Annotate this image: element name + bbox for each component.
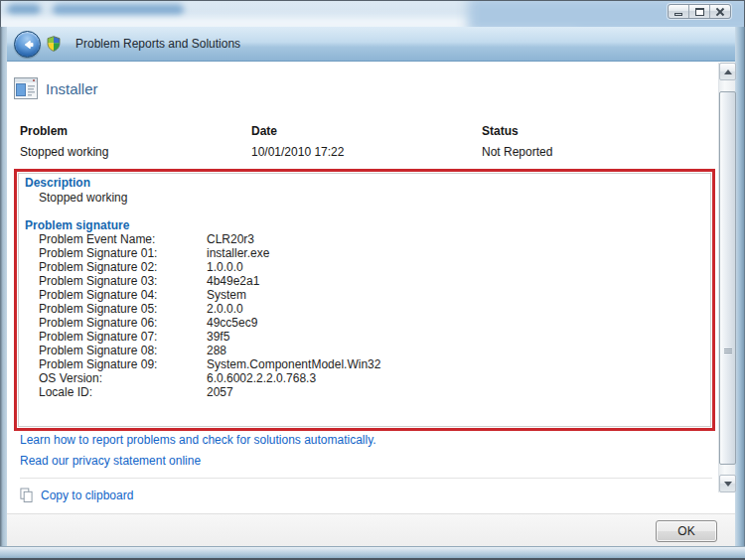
scroll-down-button[interactable] xyxy=(719,475,736,492)
divider-line xyxy=(20,478,712,479)
highlight-rectangle: Description Stopped working Problem sign… xyxy=(14,169,715,431)
ok-button[interactable]: OK xyxy=(656,520,717,542)
signature-label: Problem Signature 04: xyxy=(39,288,207,302)
signature-row: Problem Signature 02:1.0.0.0 xyxy=(39,260,704,274)
signature-label: Problem Signature 07: xyxy=(39,330,207,344)
signature-value: 49cc5ec9 xyxy=(207,316,704,330)
signature-value: installer.exe xyxy=(207,246,704,260)
signature-value: 4b49e2a1 xyxy=(207,274,704,288)
problem-value: Stopped working xyxy=(20,145,108,159)
signature-value: 39f5 xyxy=(207,330,704,344)
minimize-icon xyxy=(674,13,682,16)
window-frame-bottom xyxy=(0,546,745,560)
signature-label: Problem Signature 03: xyxy=(39,274,207,288)
installer-app-icon xyxy=(14,77,38,99)
maximize-icon xyxy=(695,8,704,16)
signature-label: Problem Signature 01: xyxy=(39,246,207,260)
window-controls xyxy=(668,4,731,19)
scroll-up-icon xyxy=(724,70,732,74)
signature-label: Locale ID: xyxy=(39,385,207,399)
report-content: Installer Problem Date Status Stopped wo… xyxy=(7,62,735,513)
signature-row: Problem Signature 04:System xyxy=(39,288,704,302)
application-name: Installer xyxy=(46,80,98,97)
minimize-button[interactable] xyxy=(669,5,689,18)
back-button[interactable] xyxy=(14,31,41,58)
privacy-statement-link[interactable]: Read our privacy statement online xyxy=(20,454,201,468)
copy-to-clipboard-label: Copy to clipboard xyxy=(41,489,133,502)
signature-row: Problem Signature 08:288 xyxy=(39,344,704,357)
maximize-button[interactable] xyxy=(689,5,710,18)
column-header-status: Status xyxy=(482,124,519,138)
problem-signature-heading: Problem signature xyxy=(25,218,129,232)
scrollbar-grip xyxy=(724,349,732,353)
signature-row: Problem Signature 01:installer.exe xyxy=(39,246,704,260)
column-header-date: Date xyxy=(251,124,277,138)
signature-row: Problem Signature 09:System.ComponentMod… xyxy=(39,357,704,371)
signature-value: 288 xyxy=(207,344,704,357)
signature-row: Problem Signature 03:4b49e2a1 xyxy=(39,274,704,288)
description-heading: Description xyxy=(25,176,90,190)
signature-rows: Problem Event Name:CLR20r3 Problem Signa… xyxy=(39,232,704,399)
signature-label: Problem Signature 09: xyxy=(39,357,207,371)
security-shield-icon xyxy=(46,36,62,52)
signature-row: Problem Signature 07:39f5 xyxy=(39,330,704,344)
window-frame-right xyxy=(735,27,745,546)
copy-to-clipboard-link[interactable]: Copy to clipboard xyxy=(20,488,133,503)
vertical-scrollbar[interactable] xyxy=(718,63,735,492)
window-caption-strip xyxy=(0,0,745,27)
signature-value: System xyxy=(207,288,704,302)
close-button[interactable] xyxy=(710,5,730,18)
signature-value: 1.0.0.0 xyxy=(207,260,704,274)
close-icon xyxy=(715,7,725,17)
signature-value: CLR20r3 xyxy=(207,232,704,246)
signature-row: Locale ID:2057 xyxy=(39,385,704,399)
back-arrow-icon xyxy=(19,36,37,54)
learn-more-link[interactable]: Learn how to report problems and check f… xyxy=(20,433,376,447)
scroll-down-icon xyxy=(724,482,732,487)
signature-row: Problem Event Name:CLR20r3 xyxy=(39,232,704,246)
navigation-bar: Problem Reports and Solutions xyxy=(7,27,735,62)
signature-label: Problem Event Name: xyxy=(39,232,207,246)
signature-value: System.ComponentModel.Win32 xyxy=(207,357,704,371)
signature-row: Problem Signature 05:2.0.0.0 xyxy=(39,302,704,316)
copy-icon xyxy=(20,488,33,503)
footer-bar: OK xyxy=(7,513,735,546)
scroll-up-button[interactable] xyxy=(719,63,736,80)
signature-label: Problem Signature 02: xyxy=(39,260,207,274)
blurred-caption-blob xyxy=(7,4,41,16)
signature-label: Problem Signature 08: xyxy=(39,344,207,357)
blurred-caption-blob xyxy=(53,4,184,17)
signature-value: 2057 xyxy=(207,385,704,399)
window-frame-left xyxy=(0,27,7,546)
description-text: Stopped working xyxy=(39,191,127,205)
signature-label: OS Version: xyxy=(39,371,207,385)
page-title: Problem Reports and Solutions xyxy=(75,27,240,62)
signature-label: Problem Signature 06: xyxy=(39,316,207,330)
status-value: Not Reported xyxy=(482,145,552,159)
column-header-problem: Problem xyxy=(20,124,68,138)
scrollbar-thumb[interactable] xyxy=(719,91,736,465)
signature-row: OS Version:6.0.6002.2.2.0.768.3 xyxy=(39,371,704,385)
signature-label: Problem Signature 05: xyxy=(39,302,207,316)
date-value: 10/01/2010 17:22 xyxy=(251,145,344,159)
signature-row: Problem Signature 06:49cc5ec9 xyxy=(39,316,704,330)
signature-value: 2.0.0.0 xyxy=(207,302,704,316)
signature-value: 6.0.6002.2.2.0.768.3 xyxy=(207,371,704,385)
